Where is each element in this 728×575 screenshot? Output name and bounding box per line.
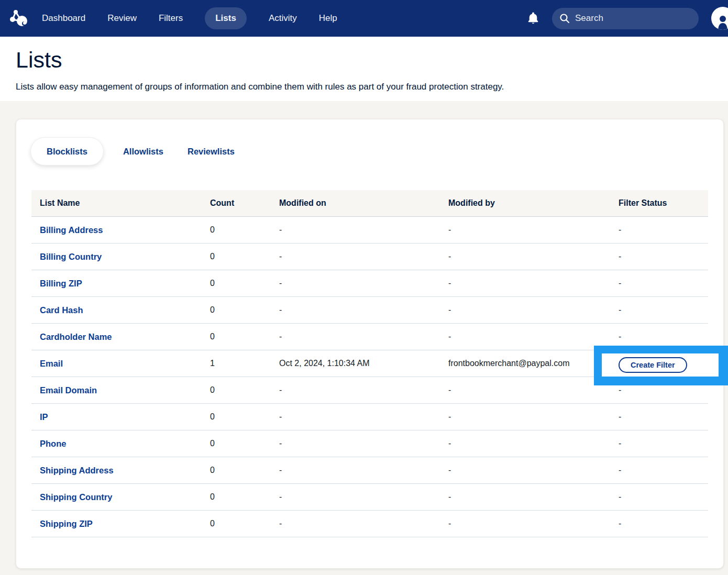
- count-value: 0: [210, 412, 215, 421]
- column-header-modified-by: Modified by: [448, 198, 619, 208]
- count-cell: 0: [210, 225, 279, 235]
- nav-item-review[interactable]: Review: [107, 7, 137, 29]
- modified-on-cell: -: [279, 279, 448, 288]
- modified-on-value: Oct 2, 2024, 1:10:34 AM: [279, 359, 370, 368]
- modified-by-value: -: [448, 466, 451, 474]
- count-value: 0: [210, 385, 215, 394]
- nav-item-activity[interactable]: Activity: [269, 7, 297, 29]
- list-link-shipping-zip[interactable]: Shipping ZIP: [40, 519, 93, 528]
- count-cell: 0: [210, 519, 279, 528]
- app-logo[interactable]: [8, 8, 29, 29]
- modified-on-value: -: [279, 439, 282, 448]
- modified-on-cell: -: [279, 332, 448, 341]
- modified-on-value: -: [279, 412, 282, 421]
- count-cell: 1: [210, 359, 279, 368]
- table-row-ip: IP0---: [31, 404, 708, 430]
- tab-allowlists[interactable]: Allowlists: [119, 147, 168, 157]
- modified-by-cell: -: [448, 225, 619, 235]
- user-avatar[interactable]: [711, 7, 728, 30]
- list-link-shipping-country[interactable]: Shipping Country: [40, 492, 112, 502]
- filter-status-cell: -: [619, 332, 708, 341]
- count-cell: 0: [210, 385, 279, 395]
- user-avatar-icon: [716, 14, 728, 30]
- filter-status-value: -: [619, 466, 621, 474]
- modified-on-value: -: [279, 519, 282, 528]
- modified-by-value: -: [448, 305, 451, 314]
- filter-status-cell: -: [619, 305, 708, 315]
- list-name-cell: Email Domain: [40, 385, 210, 395]
- filter-status-value: -: [619, 332, 621, 341]
- modified-by-cell: frontbookmerchant@paypal.com: [448, 359, 619, 368]
- list-name-cell: Billing Address: [40, 225, 210, 235]
- table-row-phone: Phone0---: [31, 430, 708, 457]
- modified-by-cell: -: [448, 519, 619, 528]
- filter-status-cell: -: [619, 279, 708, 288]
- modified-on-value: -: [279, 279, 282, 288]
- search-box[interactable]: [552, 8, 699, 29]
- modified-by-value: -: [448, 492, 451, 501]
- list-link-email-domain[interactable]: Email Domain: [40, 385, 97, 395]
- modified-by-cell: -: [448, 412, 619, 422]
- page-title: Lists: [16, 47, 712, 73]
- modified-by-cell: -: [448, 305, 619, 315]
- table-row-shipping-zip: Shipping ZIP0---: [31, 511, 708, 537]
- nav-item-dashboard[interactable]: Dashboard: [42, 7, 85, 29]
- network-logo-icon: [8, 8, 29, 29]
- count-value: 0: [210, 466, 215, 474]
- column-header-filter-status: Filter Status: [619, 198, 708, 208]
- count-cell: 0: [210, 332, 279, 341]
- modified-on-value: -: [279, 332, 282, 341]
- lists-card: BlocklistsAllowlistsReviewlists List Nam…: [16, 119, 724, 569]
- notifications-bell-icon[interactable]: [527, 12, 539, 25]
- filter-status-cell: -: [619, 225, 708, 235]
- modified-on-cell: -: [279, 412, 448, 422]
- list-name-cell: Email: [40, 359, 210, 369]
- list-link-card-hash[interactable]: Card Hash: [40, 305, 83, 315]
- modified-by-value: -: [448, 279, 451, 288]
- list-link-billing-country[interactable]: Billing Country: [40, 252, 102, 261]
- list-name-cell: Billing ZIP: [40, 279, 210, 289]
- nav-item-filters[interactable]: Filters: [159, 7, 183, 29]
- content-area: BlocklistsAllowlistsReviewlists List Nam…: [0, 101, 728, 575]
- filter-status-value: -: [619, 385, 621, 394]
- filter-status-value: -: [619, 305, 621, 314]
- nav-item-lists[interactable]: Lists: [205, 7, 247, 29]
- table-header-row: List NameCountModified onModified byFilt…: [31, 190, 708, 217]
- table-row-billing-zip: Billing ZIP0---: [31, 270, 708, 297]
- count-cell: 0: [210, 439, 279, 448]
- list-link-ip[interactable]: IP: [40, 412, 48, 422]
- table-row-card-hash: Card Hash0---: [31, 297, 708, 324]
- nav-item-help[interactable]: Help: [319, 7, 337, 29]
- modified-on-value: -: [279, 252, 282, 261]
- create-filter-highlight-inner: Create Filter: [602, 353, 719, 377]
- navbar-right: [527, 7, 728, 30]
- count-cell: 0: [210, 412, 279, 422]
- modified-on-cell: -: [279, 385, 448, 395]
- modified-on-value: -: [279, 305, 282, 314]
- list-link-shipping-address[interactable]: Shipping Address: [40, 466, 114, 475]
- count-cell: 0: [210, 252, 279, 261]
- modified-by-value: -: [448, 412, 451, 421]
- filter-status-cell: -: [619, 466, 708, 475]
- list-link-email[interactable]: Email: [40, 359, 63, 368]
- list-name-cell: Shipping Address: [40, 466, 210, 476]
- modified-on-cell: -: [279, 466, 448, 475]
- count-value: 1: [210, 359, 215, 368]
- modified-by-value: frontbookmerchant@paypal.com: [448, 359, 569, 368]
- filter-status-value: -: [619, 252, 621, 261]
- list-link-phone[interactable]: Phone: [40, 439, 66, 448]
- top-navbar: DashboardReviewFiltersListsActivityHelp: [0, 0, 728, 37]
- count-value: 0: [210, 252, 215, 261]
- modified-on-cell: -: [279, 225, 448, 235]
- filter-status-value: -: [619, 412, 621, 421]
- list-link-billing-zip[interactable]: Billing ZIP: [40, 279, 82, 288]
- modified-by-value: -: [448, 519, 451, 528]
- page-head: Lists Lists allow easy management of gro…: [0, 37, 728, 101]
- tab-blocklists[interactable]: Blocklists: [31, 138, 103, 165]
- filter-status-cell: -: [619, 519, 708, 528]
- search-input[interactable]: [575, 13, 680, 24]
- list-link-billing-address[interactable]: Billing Address: [40, 225, 103, 235]
- tab-reviewlists[interactable]: Reviewlists: [183, 147, 239, 157]
- list-link-cardholder-name[interactable]: Cardholder Name: [40, 332, 112, 341]
- create-filter-button[interactable]: Create Filter: [619, 357, 687, 373]
